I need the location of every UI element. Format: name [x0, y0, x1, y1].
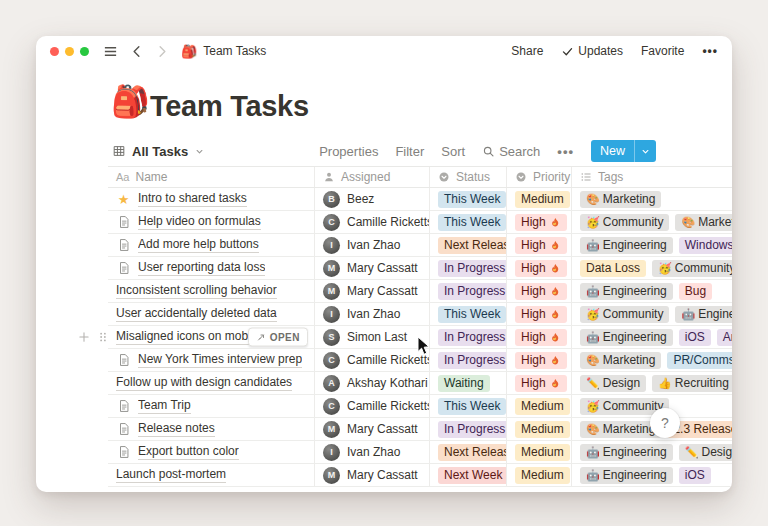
- priority-badge[interactable]: High: [515, 375, 567, 392]
- status-badge[interactable]: Next Week: [438, 467, 506, 484]
- priority-badge[interactable]: High: [515, 306, 567, 323]
- table-row[interactable]: Export button color I Ivan Zhao Next Rel…: [108, 441, 732, 464]
- tag-badge[interactable]: 👍Recruiting: [652, 375, 732, 392]
- priority-badge[interactable]: High: [515, 352, 567, 369]
- tag-badge[interactable]: 🤖Engineering: [580, 444, 673, 461]
- search-button[interactable]: Search: [482, 144, 540, 159]
- priority-badge[interactable]: Medium: [515, 398, 570, 415]
- zoom-window-button[interactable]: [80, 47, 89, 56]
- status-badge[interactable]: In Progress: [438, 329, 506, 346]
- page-icon[interactable]: 🎒: [111, 86, 150, 117]
- status-badge[interactable]: Waiting: [438, 375, 490, 392]
- priority-badge[interactable]: Medium: [515, 467, 570, 484]
- tag-badge[interactable]: 🎨Marketing: [675, 214, 732, 231]
- add-row-icon[interactable]: [78, 331, 90, 343]
- view-tab-all-tasks[interactable]: All Tasks: [112, 144, 205, 159]
- tag-badge[interactable]: 🥳Community: [580, 306, 669, 323]
- tag-badge[interactable]: ✏️Design: [679, 444, 732, 461]
- status-badge[interactable]: Next Release: [438, 237, 506, 254]
- sidebar-menu-icon[interactable]: [103, 44, 118, 59]
- drag-handle-icon[interactable]: [97, 331, 109, 343]
- priority-badge[interactable]: Medium: [515, 421, 570, 438]
- new-button[interactable]: New: [591, 140, 656, 162]
- new-dropdown-icon[interactable]: [634, 140, 656, 162]
- tag-badge[interactable]: 🎨Marketing: [580, 191, 661, 208]
- back-icon[interactable]: [129, 44, 144, 59]
- tag-badge[interactable]: 🤖Engineering: [580, 329, 673, 346]
- table-row[interactable]: User reporting data loss M Mary Cassatt …: [108, 257, 732, 280]
- favorite-button[interactable]: Favorite: [641, 44, 684, 58]
- task-title[interactable]: Release notes: [138, 421, 215, 437]
- task-title[interactable]: Add more help buttons: [138, 237, 259, 253]
- status-badge[interactable]: This Week: [438, 191, 506, 208]
- column-header-name[interactable]: AaName: [108, 167, 314, 187]
- tag-badge[interactable]: 🤖Engineering: [580, 237, 673, 254]
- priority-badge[interactable]: Medium: [515, 444, 570, 461]
- more-menu-icon[interactable]: •••: [702, 44, 718, 58]
- tag-badge[interactable]: Android: [717, 329, 732, 346]
- priority-badge[interactable]: High: [515, 329, 567, 346]
- tag-badge[interactable]: 🤖Engineering: [675, 306, 732, 323]
- status-badge[interactable]: Next Release: [438, 444, 506, 461]
- tag-badge[interactable]: ✏️Design: [580, 375, 646, 392]
- task-title[interactable]: User reporting data loss: [138, 260, 265, 276]
- status-badge[interactable]: This Week: [438, 214, 506, 231]
- sort-button[interactable]: Sort: [441, 144, 465, 159]
- tag-badge[interactable]: Windows: [679, 237, 732, 254]
- help-button[interactable]: ?: [650, 408, 680, 438]
- open-button[interactable]: OPEN: [248, 328, 308, 347]
- priority-badge[interactable]: High: [515, 237, 567, 254]
- tag-badge[interactable]: iOS: [679, 329, 711, 346]
- table-row[interactable]: Follow up with design candidates A Aksha…: [108, 372, 732, 395]
- table-row[interactable]: Inconsistent scrolling behavior M Mary C…: [108, 280, 732, 303]
- tag-badge[interactable]: 🥳Community: [652, 260, 732, 277]
- filter-button[interactable]: Filter: [395, 144, 424, 159]
- tag-badge[interactable]: PR/Comms: [667, 352, 732, 369]
- tag-badge[interactable]: iOS: [679, 467, 711, 484]
- task-title[interactable]: User accidentally deleted data: [116, 306, 277, 322]
- task-title[interactable]: Help video on formulas: [138, 214, 261, 230]
- table-row[interactable]: New York Times interview prep C Camille …: [108, 349, 732, 372]
- task-title[interactable]: Misaligned icons on mobile: [116, 329, 260, 345]
- tag-badge[interactable]: Data Loss: [580, 260, 646, 277]
- priority-badge[interactable]: High: [515, 260, 567, 277]
- tag-badge[interactable]: 🤖Engineering: [580, 467, 673, 484]
- table-row[interactable]: Launch post-mortem M Mary Cassatt Next W…: [108, 464, 732, 487]
- priority-badge[interactable]: High: [515, 283, 567, 300]
- tag-badge[interactable]: 🎨Marketing: [580, 352, 661, 369]
- column-header-tags[interactable]: Tags: [571, 167, 732, 187]
- status-badge[interactable]: In Progress: [438, 352, 506, 369]
- table-row[interactable]: Misaligned icons on mobile OPEN S Simon …: [108, 326, 732, 349]
- status-badge[interactable]: In Progress: [438, 421, 506, 438]
- task-title[interactable]: Intro to shared tasks: [138, 191, 247, 207]
- priority-badge[interactable]: Medium: [515, 191, 570, 208]
- tag-badge[interactable]: Bug: [679, 283, 712, 300]
- table-row[interactable]: Release notes M Mary Cassatt In Progress…: [108, 418, 732, 441]
- status-badge[interactable]: In Progress: [438, 260, 506, 277]
- page-title[interactable]: Team Tasks: [150, 90, 309, 123]
- table-row[interactable]: User accidentally deleted data I Ivan Zh…: [108, 303, 732, 326]
- tag-badge[interactable]: 🥳Community: [580, 214, 669, 231]
- status-badge[interactable]: This Week: [438, 398, 506, 415]
- priority-badge[interactable]: High: [515, 214, 567, 231]
- view-more-icon[interactable]: •••: [557, 144, 574, 159]
- task-title[interactable]: Follow up with design candidates: [116, 375, 292, 391]
- minimize-window-button[interactable]: [65, 47, 74, 56]
- table-row[interactable]: ★ Intro to shared tasks B Beez This Week…: [108, 188, 732, 211]
- table-row[interactable]: Team Trip C Camille Ricketts This Week M…: [108, 395, 732, 418]
- task-title[interactable]: Inconsistent scrolling behavior: [116, 283, 277, 299]
- column-header-priority[interactable]: Priority: [506, 167, 571, 187]
- column-header-assigned[interactable]: Assigned: [314, 167, 429, 187]
- properties-button[interactable]: Properties: [319, 144, 378, 159]
- tag-badge[interactable]: 🤖Engineering: [580, 283, 673, 300]
- status-badge[interactable]: In Progress: [438, 283, 506, 300]
- breadcrumb-page-title[interactable]: Team Tasks: [203, 44, 266, 58]
- close-window-button[interactable]: [50, 47, 59, 56]
- table-row[interactable]: Add more help buttons I Ivan Zhao Next R…: [108, 234, 732, 257]
- task-title[interactable]: New York Times interview prep: [138, 352, 302, 368]
- status-badge[interactable]: This Week: [438, 306, 506, 323]
- task-title[interactable]: Export button color: [138, 444, 239, 460]
- updates-button[interactable]: Updates: [561, 44, 623, 58]
- column-header-status[interactable]: Status: [429, 167, 506, 187]
- task-title[interactable]: Launch post-mortem: [116, 467, 226, 483]
